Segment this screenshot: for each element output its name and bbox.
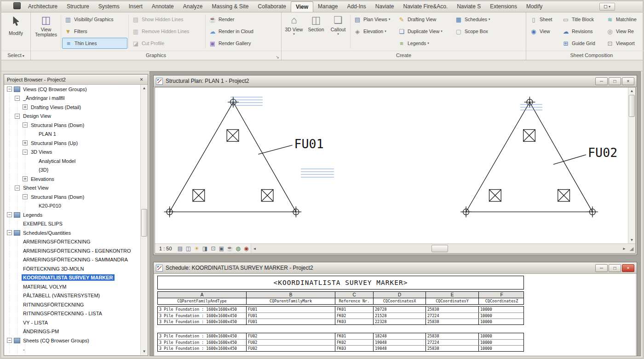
- ribbon-tab-add-ins[interactable]: Add-Ins: [342, 1, 370, 12]
- visual-style-icon[interactable]: ◫: [184, 245, 193, 252]
- crop-view-icon[interactable]: ⊡: [209, 245, 218, 252]
- collapse-toggle-icon[interactable]: −: [7, 338, 12, 343]
- thin-lines-button[interactable]: ≡Thin Lines: [62, 38, 127, 49]
- show-crop-region-icon[interactable]: ▣: [218, 245, 226, 252]
- foundation-label-fu02[interactable]: FU02: [588, 145, 617, 160]
- tree-item-koordinatlista-survey-marker[interactable]: KOORDINATLISTA SURVEY MARKER: [4, 273, 140, 283]
- schedule-row[interactable]: 3 Pile Foundation : 1600x1600x450FU02FK0…: [158, 339, 523, 345]
- view-scale[interactable]: 1 : 50: [155, 246, 176, 251]
- filters-button[interactable]: ▼Filters: [62, 26, 127, 37]
- modify-button[interactable]: Modify: [4, 13, 28, 50]
- panel-label-graphics[interactable]: Graphics ↘: [31, 51, 281, 60]
- schedule-column-headers[interactable]: CQParentFamilyAndTypeCQParentFamilyMarkR…: [158, 298, 523, 304]
- tree-item-p-ltabell-v-nstersystem[interactable]: PÅLTABELL (VÄNSTERSYSTEM): [4, 291, 140, 301]
- collapse-toggle-icon[interactable]: −: [23, 150, 28, 155]
- tree-item-k20-p010[interactable]: K20-P010: [4, 202, 140, 211]
- restore-button[interactable]: □: [609, 77, 621, 85]
- collapse-toggle-icon[interactable]: −: [23, 194, 28, 199]
- plan-views-button[interactable]: ▤Plan Views▾: [351, 14, 396, 25]
- tree-item-ritningsf-rteckning[interactable]: RITNINGSFÖRTECKNING: [4, 300, 140, 309]
- drafting-view-button[interactable]: ✎Drafting View: [396, 14, 453, 25]
- foundation-fu02[interactable]: FU02: [460, 97, 617, 217]
- tree-item-item[interactable]: -: [4, 345, 140, 354]
- ribbon-tab-structure[interactable]: Structure: [62, 1, 94, 12]
- tree-item-elevations[interactable]: +Elevations: [4, 174, 140, 184]
- minimize-button[interactable]: ─: [595, 264, 608, 272]
- reveal-hidden-elements-icon[interactable]: ◉: [242, 245, 251, 252]
- viewport-button[interactable]: ⊡Viewport: [604, 38, 644, 49]
- tree-item-plan-1[interactable]: PLAN 1: [4, 130, 140, 139]
- application-menu-icon[interactable]: [13, 2, 21, 9]
- tree-item-structural-plans-up[interactable]: +Structural Plans (Up): [4, 139, 140, 148]
- tree-item-ndringar-i-mallfil[interactable]: −_Ändringar i mallfil: [4, 94, 140, 103]
- expand-toggle-icon[interactable]: +: [23, 140, 28, 145]
- tree-item-armeringsf-rteckning-sammandra[interactable]: ARMERINGSFÖRTECKNING - SAMMANDRA: [4, 255, 140, 265]
- ribbon-tab-systems[interactable]: Systems: [94, 1, 124, 12]
- panel-label-create[interactable]: Create: [282, 51, 526, 60]
- scroll-up-button[interactable]: ▲: [141, 85, 148, 92]
- tree-item-structural-plans-down[interactable]: −Structural Plans (Down): [4, 121, 140, 130]
- scroll-down-button[interactable]: ▼: [628, 237, 635, 243]
- schedule-row[interactable]: 3 Pile Foundation : 1600x1600x450FU02FK0…: [158, 345, 523, 351]
- tree-item-sheet-view[interactable]: −Sheet View: [4, 184, 140, 193]
- scope-box-button[interactable]: ▢Scope Box: [453, 26, 497, 37]
- tree-item-analytical-model[interactable]: Analytical Model: [4, 156, 140, 166]
- revisions-button[interactable]: ☁Revisions: [560, 26, 604, 37]
- title-block-button[interactable]: ▭Title Block: [560, 14, 604, 25]
- render-button[interactable]: ☕Render: [207, 14, 264, 25]
- matchline-button[interactable]: ≋Matchline: [604, 14, 644, 25]
- ribbon-tab-massing-site[interactable]: Massing & Site: [207, 1, 253, 12]
- render-gallery-button[interactable]: ▣Render Gallery: [207, 38, 264, 49]
- schedule-row[interactable]: 3 Pile Foundation : 1600x1600x450FU01FK0…: [158, 313, 523, 318]
- cut-profile-button[interactable]: ◪Cut Profile: [130, 38, 204, 49]
- scroll-right-button[interactable]: ►: [621, 247, 628, 251]
- ribbon-tab-naviate[interactable]: Naviate: [371, 1, 399, 12]
- ribbon-tab-manage[interactable]: Manage: [313, 1, 342, 12]
- ribbon-tab-architecture[interactable]: Architecture: [23, 1, 62, 12]
- visibility-graphics-button[interactable]: ▥Visibility/ Graphics: [62, 14, 127, 25]
- shadows-icon[interactable]: ◨: [201, 245, 209, 252]
- callout-button[interactable]: ❏Callout▾: [327, 13, 349, 50]
- section-button[interactable]: ◫Section: [305, 13, 327, 50]
- tree-item-exempel-slips[interactable]: EXEMPEL SLIPS: [4, 220, 140, 229]
- schedules-button[interactable]: ▦Schedules▾: [453, 14, 497, 25]
- ribbon-tab-extensions[interactable]: Extensions: [485, 1, 522, 12]
- collapse-toggle-icon[interactable]: −: [7, 212, 12, 217]
- temporary-hide-isolate-icon[interactable]: ◍: [234, 245, 242, 252]
- schedule-row[interactable]: 3 Pile Foundation : 1600x1600x450FU02FK0…: [158, 333, 523, 339]
- resize-grip-icon[interactable]: ◢: [628, 244, 635, 253]
- elevation-button[interactable]: ◈Elevation▾: [351, 26, 396, 37]
- view-button[interactable]: ◉View: [528, 26, 560, 37]
- project-browser-header[interactable]: Project Browser - Project2 ×: [4, 75, 148, 85]
- ribbon-tab-annotate[interactable]: Annotate: [147, 1, 178, 12]
- tree-item-structural-plans-down[interactable]: −Structural Plans (Down): [4, 192, 140, 202]
- close-icon[interactable]: ×: [138, 76, 145, 83]
- ribbon-tab-naviate-fire-aco[interactable]: Naviate Fire&Aco.: [398, 1, 452, 12]
- horizontal-scrollbar[interactable]: ◄ ► ◢: [251, 244, 635, 253]
- collapse-toggle-icon[interactable]: −: [15, 96, 20, 101]
- ribbon-tab-view[interactable]: View: [291, 1, 313, 12]
- expand-toggle-icon[interactable]: +: [23, 176, 28, 181]
- detail-level-icon[interactable]: ▤: [176, 245, 184, 252]
- minimize-button[interactable]: ─: [595, 77, 608, 85]
- remove-hidden-lines-button[interactable]: ▥Remove Hidden Lines: [130, 26, 204, 37]
- expand-toggle-icon[interactable]: +: [23, 104, 28, 110]
- tree-item-design-view[interactable]: −Design View: [4, 112, 140, 121]
- ribbon-display-toggle-button[interactable]: ▾: [599, 3, 615, 11]
- legends-button[interactable]: ≡Legends▾: [396, 38, 453, 49]
- collapse-toggle-icon[interactable]: −: [7, 230, 12, 235]
- ribbon-tab-insert[interactable]: Insert: [124, 1, 147, 12]
- tree-item-legends[interactable]: −Legends: [4, 210, 140, 220]
- plan-window-titlebar[interactable]: Structural Plan: PLAN 1 - Project2 ─ □ ×: [154, 75, 637, 87]
- schedule-column-letters[interactable]: ABCDEF: [158, 292, 523, 298]
- tree-item-3d[interactable]: {3D}: [4, 166, 140, 175]
- render-in-cloud-button[interactable]: ☁Render in Cloud: [207, 26, 264, 37]
- foundation-label-fu01[interactable]: FU01: [294, 137, 323, 151]
- scroll-up-button[interactable]: ▲: [628, 87, 635, 94]
- collapse-toggle-icon[interactable]: −: [23, 122, 28, 127]
- guide-grid-button[interactable]: ⊞Guide Grid: [560, 38, 604, 49]
- scrollbar-thumb[interactable]: [141, 209, 147, 237]
- drawing-canvas[interactable]: FU01 FU02: [155, 87, 628, 243]
- render-dialog-icon[interactable]: ☕: [226, 245, 234, 252]
- collapse-toggle-icon[interactable]: −: [15, 185, 20, 191]
